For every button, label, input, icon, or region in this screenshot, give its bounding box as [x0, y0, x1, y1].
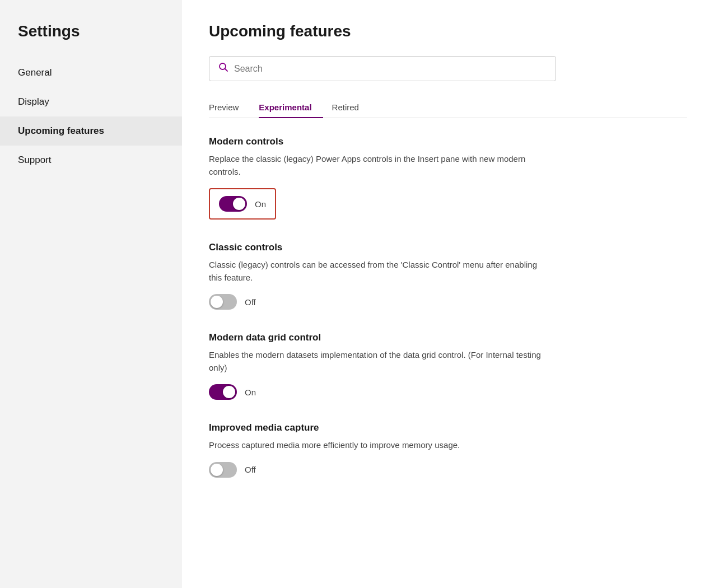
sidebar-item-general[interactable]: General — [0, 58, 182, 87]
feature-title-improved-media: Improved media capture — [209, 422, 687, 433]
feature-improved-media: Improved media capture Process captured … — [209, 422, 687, 478]
modern-controls-highlight-box: On — [209, 188, 276, 220]
page-title: Upcoming features — [209, 22, 687, 40]
svg-line-1 — [225, 69, 228, 72]
improved-media-toggle-row: Off — [209, 462, 687, 478]
classic-controls-toggle-row: Off — [209, 294, 687, 310]
toggle-label-improved-media: Off — [245, 465, 256, 474]
feature-title-classic-controls: Classic controls — [209, 242, 687, 253]
toggle-modern-data-grid[interactable] — [209, 384, 237, 400]
toggle-label-modern-data-grid: On — [245, 388, 256, 397]
main-content: Upcoming features Preview Experimental R… — [182, 0, 714, 588]
search-input[interactable] — [234, 64, 547, 74]
toggle-knob-modern-data-grid — [223, 386, 235, 398]
tab-preview[interactable]: Preview — [209, 97, 250, 118]
feature-desc-modern-controls: Replace the classic (legacy) Power Apps … — [209, 153, 545, 178]
toggle-label-modern-controls: On — [255, 199, 266, 209]
sidebar: Settings General Display Upcoming featur… — [0, 0, 182, 588]
modern-data-grid-toggle-row: On — [209, 384, 687, 400]
search-icon — [218, 62, 228, 75]
feature-modern-controls: Modern controls Replace the classic (leg… — [209, 136, 687, 220]
toggle-knob-improved-media — [211, 464, 223, 476]
sidebar-item-upcoming-features[interactable]: Upcoming features — [0, 116, 182, 146]
toggle-classic-controls[interactable] — [209, 294, 237, 310]
toggle-label-classic-controls: Off — [245, 297, 256, 307]
sidebar-title: Settings — [0, 22, 182, 58]
feature-desc-classic-controls: Classic (legacy) controls can be accesse… — [209, 259, 545, 284]
feature-modern-data-grid: Modern data grid control Enables the mod… — [209, 332, 687, 400]
sidebar-item-display[interactable]: Display — [0, 87, 182, 116]
tabs: Preview Experimental Retired — [209, 97, 687, 118]
search-box — [209, 56, 556, 81]
sidebar-item-support[interactable]: Support — [0, 146, 182, 175]
toggle-knob-modern-controls — [233, 198, 245, 210]
feature-title-modern-controls: Modern controls — [209, 136, 687, 147]
tab-retired[interactable]: Retired — [332, 97, 370, 118]
tab-experimental[interactable]: Experimental — [259, 97, 323, 118]
toggle-improved-media[interactable] — [209, 462, 237, 478]
toggle-knob-classic-controls — [211, 296, 223, 308]
feature-desc-improved-media: Process captured media more efficiently … — [209, 439, 545, 452]
toggle-modern-controls[interactable] — [219, 196, 247, 212]
feature-desc-modern-data-grid: Enables the modern datasets implementati… — [209, 349, 545, 374]
feature-title-modern-data-grid: Modern data grid control — [209, 332, 687, 343]
feature-classic-controls: Classic controls Classic (legacy) contro… — [209, 242, 687, 310]
